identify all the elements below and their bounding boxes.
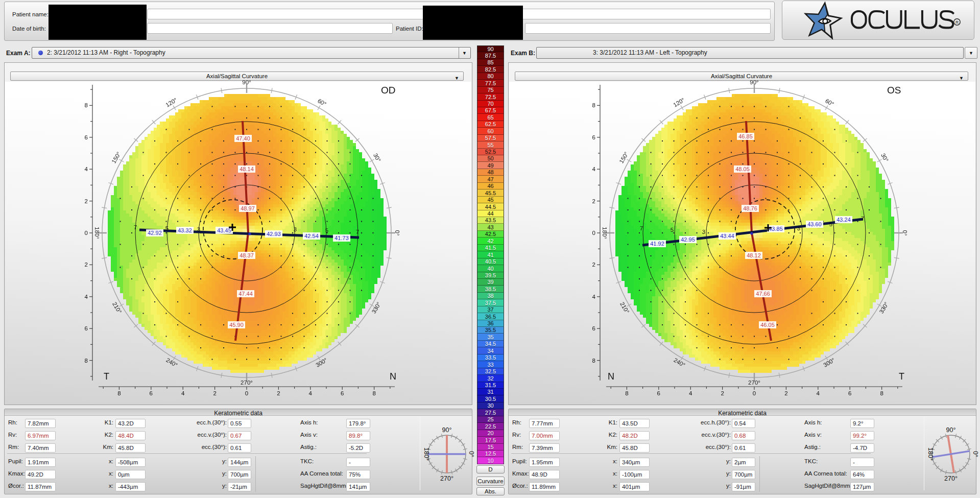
- svg-text:3: 3: [197, 226, 200, 232]
- svg-text:7: 7: [356, 229, 359, 235]
- svg-text:8: 8: [880, 390, 883, 396]
- svg-text:43.60: 43.60: [807, 221, 822, 227]
- svg-text:330°: 330°: [878, 301, 890, 315]
- svg-text:180°: 180°: [602, 227, 608, 239]
- svg-text:0: 0: [753, 390, 756, 396]
- svg-text:4: 4: [181, 390, 185, 396]
- svg-text:4: 4: [592, 166, 596, 172]
- svg-text:T: T: [899, 371, 904, 382]
- svg-text:47.40: 47.40: [236, 135, 250, 141]
- svg-text:8: 8: [85, 358, 88, 364]
- svg-text:5: 5: [325, 227, 328, 233]
- svg-text:3: 3: [702, 229, 705, 235]
- svg-text:6: 6: [657, 390, 660, 396]
- svg-text:42.93: 42.93: [267, 231, 281, 237]
- svg-text:4: 4: [85, 166, 88, 172]
- svg-text:5: 5: [829, 221, 832, 227]
- svg-text:0°: 0°: [972, 451, 979, 457]
- svg-text:42.92: 42.92: [148, 230, 162, 236]
- svg-text:60°: 60°: [317, 98, 327, 107]
- svg-text:47.44: 47.44: [238, 291, 253, 297]
- svg-text:3: 3: [797, 225, 800, 231]
- svg-text:4: 4: [85, 294, 88, 300]
- svg-text:48.76: 48.76: [743, 205, 757, 211]
- svg-text:N: N: [390, 371, 396, 382]
- svg-text:8: 8: [592, 358, 595, 364]
- svg-text:30°: 30°: [372, 152, 382, 163]
- svg-text:43.32: 43.32: [178, 227, 192, 233]
- svg-text:6: 6: [85, 325, 88, 331]
- svg-text:46.05: 46.05: [760, 322, 775, 328]
- svg-text:0: 0: [245, 390, 248, 396]
- svg-text:6: 6: [150, 390, 153, 396]
- svg-text:2: 2: [213, 390, 216, 396]
- svg-text:180°: 180°: [423, 447, 430, 461]
- svg-text:48.12: 48.12: [747, 252, 761, 258]
- svg-text:47.66: 47.66: [756, 291, 770, 297]
- svg-text:OS: OS: [887, 85, 901, 96]
- svg-text:2: 2: [721, 390, 724, 396]
- svg-text:210°: 210°: [111, 301, 123, 315]
- svg-text:7: 7: [134, 224, 137, 230]
- svg-text:2: 2: [592, 262, 595, 268]
- svg-text:4: 4: [689, 390, 692, 396]
- svg-text:6: 6: [848, 390, 851, 396]
- svg-text:0°: 0°: [902, 230, 908, 236]
- svg-text:5: 5: [671, 227, 674, 233]
- svg-text:2: 2: [784, 390, 787, 396]
- svg-text:7: 7: [861, 216, 864, 222]
- svg-text:90°: 90°: [442, 426, 452, 434]
- svg-text:8: 8: [592, 102, 595, 108]
- svg-text:42.95: 42.95: [681, 236, 695, 243]
- svg-text:43.85: 43.85: [769, 226, 783, 232]
- svg-text:8: 8: [85, 102, 88, 108]
- svg-text:6: 6: [592, 134, 595, 140]
- svg-text:43.45: 43.45: [217, 227, 231, 233]
- svg-text:60°: 60°: [824, 98, 835, 107]
- svg-text:OD: OD: [381, 85, 396, 96]
- svg-text:8: 8: [372, 390, 375, 396]
- svg-text:240°: 240°: [673, 357, 686, 368]
- svg-text:43.44: 43.44: [720, 233, 734, 239]
- svg-text:3: 3: [294, 226, 297, 232]
- svg-text:270°: 270°: [944, 475, 958, 482]
- svg-text:0: 0: [85, 230, 88, 236]
- svg-text:270°: 270°: [440, 475, 453, 482]
- svg-text:41.73: 41.73: [334, 235, 349, 241]
- svg-text:42.54: 42.54: [304, 233, 319, 239]
- svg-text:4: 4: [817, 390, 820, 396]
- svg-text:T: T: [104, 371, 109, 382]
- svg-text:4: 4: [309, 390, 313, 396]
- svg-text:300°: 300°: [315, 357, 328, 368]
- svg-text:180°: 180°: [927, 447, 934, 461]
- svg-text:7: 7: [640, 225, 643, 231]
- svg-text:210°: 210°: [619, 301, 630, 315]
- svg-text:300°: 300°: [822, 357, 836, 368]
- svg-text:8: 8: [625, 390, 628, 396]
- svg-text:270°: 270°: [241, 380, 253, 386]
- svg-text:240°: 240°: [165, 357, 179, 368]
- svg-text:330°: 330°: [371, 301, 382, 315]
- svg-text:N: N: [608, 371, 614, 382]
- svg-text:5: 5: [165, 225, 169, 231]
- svg-text:270°: 270°: [748, 380, 760, 386]
- svg-text:41.92: 41.92: [650, 241, 664, 247]
- svg-text:90°: 90°: [750, 79, 758, 85]
- svg-text:43.24: 43.24: [836, 217, 851, 223]
- svg-text:2: 2: [592, 198, 595, 204]
- svg-text:R: R: [955, 20, 959, 25]
- svg-text:4: 4: [592, 294, 596, 300]
- svg-text:90°: 90°: [946, 426, 956, 434]
- svg-text:48.14: 48.14: [240, 166, 254, 172]
- svg-text:2: 2: [85, 198, 88, 204]
- svg-text:45.90: 45.90: [229, 322, 244, 328]
- svg-text:30°: 30°: [880, 152, 890, 163]
- svg-text:48.97: 48.97: [241, 205, 255, 211]
- svg-text:0°: 0°: [468, 451, 475, 457]
- svg-text:46.85: 46.85: [738, 133, 753, 139]
- svg-text:6: 6: [592, 325, 595, 331]
- svg-text:0°: 0°: [394, 230, 400, 236]
- svg-text:6: 6: [85, 134, 88, 140]
- svg-text:6: 6: [341, 390, 344, 396]
- svg-text:48.37: 48.37: [240, 252, 254, 258]
